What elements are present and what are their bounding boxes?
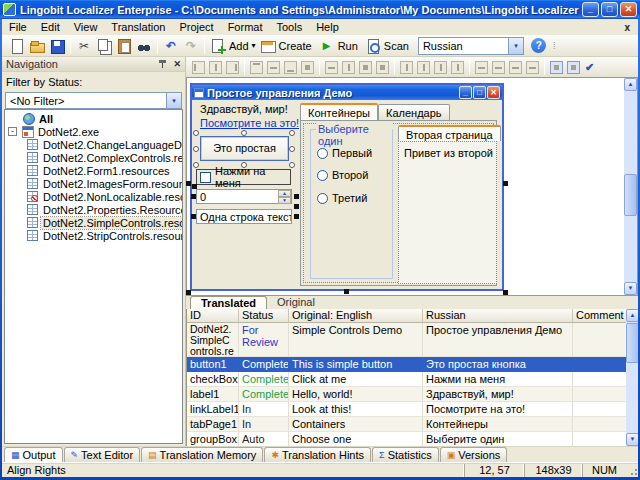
scrollbar-thumb[interactable] bbox=[624, 174, 637, 216]
tab-translation-memory[interactable]: ▤ Translation Memory bbox=[141, 447, 263, 462]
paste-button[interactable] bbox=[114, 36, 134, 56]
filter-combobox[interactable]: <No Filter> ▾ bbox=[5, 92, 182, 109]
dialog-title-bar[interactable]: Простое управления Демо _ □ ✕ bbox=[192, 85, 502, 100]
column-comment[interactable]: Comment bbox=[573, 309, 626, 323]
selection-handle[interactable] bbox=[193, 130, 199, 136]
table-row[interactable]: DotNet2.SimpleControls.resources For Rev… bbox=[187, 323, 626, 357]
numeric-updown-control[interactable]: 0 ▲ ▼ bbox=[196, 189, 292, 204]
selection-handle[interactable] bbox=[241, 162, 247, 168]
tab-text-editor[interactable]: ✎ Text Editor bbox=[64, 447, 141, 462]
selection-handle[interactable] bbox=[192, 184, 197, 189]
selection-handle[interactable] bbox=[294, 204, 299, 209]
scan-button[interactable]: Scan bbox=[363, 36, 414, 56]
preview-dialog[interactable]: Простое управления Демо _ □ ✕ Здравствуй… bbox=[190, 83, 504, 291]
tree-item-resource-nonlocalizable[interactable]: DotNet2.NonLocalizable.resources bbox=[5, 190, 182, 203]
find-button[interactable] bbox=[134, 36, 154, 56]
new-button[interactable] bbox=[7, 36, 27, 56]
align-rights-icon[interactable] bbox=[226, 61, 239, 74]
tree-item-resource-selected[interactable]: DotNet2.SimpleControls.resources bbox=[5, 216, 182, 229]
align-grid-icon[interactable] bbox=[301, 61, 314, 74]
hello-label[interactable]: Здравствуй, мир! bbox=[200, 103, 288, 115]
selection-handle[interactable] bbox=[241, 130, 247, 136]
selection-handle[interactable] bbox=[289, 146, 295, 152]
spin-up-icon[interactable]: ▲ bbox=[278, 190, 291, 197]
align-lefts-icon[interactable] bbox=[192, 61, 205, 74]
align-middles-icon[interactable] bbox=[267, 61, 280, 74]
menu-translation[interactable]: Translation bbox=[104, 20, 172, 34]
selection-handle[interactable] bbox=[193, 162, 199, 168]
scroll-down-icon[interactable]: ▼ bbox=[624, 282, 637, 295]
spinner[interactable]: ▲ ▼ bbox=[278, 190, 291, 203]
link-label[interactable]: Посмотрите на это! bbox=[200, 117, 299, 129]
dialog-minimize-button[interactable]: _ bbox=[459, 86, 472, 99]
resize-handle[interactable] bbox=[344, 289, 349, 294]
remove-hspace-icon[interactable] bbox=[451, 61, 464, 74]
tree-item-resource[interactable]: DotNet2.ChangeLanguageDlg.resources bbox=[5, 138, 182, 151]
menu-edit[interactable]: Edit bbox=[34, 20, 67, 34]
selection-handle[interactable] bbox=[191, 194, 196, 199]
dialog-close-button[interactable]: ✕ bbox=[487, 86, 500, 99]
editor-vertical-scrollbar[interactable]: ▲ ▼ bbox=[624, 78, 637, 295]
resize-handle[interactable] bbox=[503, 290, 508, 295]
selection-handle[interactable] bbox=[193, 146, 199, 152]
copy-button[interactable] bbox=[94, 36, 114, 56]
column-original[interactable]: Original: English bbox=[289, 309, 423, 323]
language-combobox[interactable]: Russian ▾ bbox=[418, 37, 524, 55]
column-id[interactable]: ID bbox=[187, 309, 239, 323]
simple-button-control[interactable]: Это простая кнопка bbox=[200, 136, 289, 161]
panel-close-icon[interactable]: ✕ bbox=[173, 59, 181, 69]
radio-first[interactable]: Первый bbox=[317, 147, 372, 159]
tree-item-resource[interactable]: DotNet2.Form1.resources bbox=[5, 164, 182, 177]
tab-containers[interactable]: Контейнеры bbox=[300, 103, 378, 120]
same-width-icon[interactable] bbox=[325, 61, 338, 74]
dialog-maximize-button[interactable]: □ bbox=[473, 86, 486, 99]
decrease-vspace-icon[interactable] bbox=[509, 61, 522, 74]
redo-button[interactable]: ↷ bbox=[181, 36, 201, 56]
table-row[interactable]: tabPage1 In Process Containers Контейнер… bbox=[187, 417, 626, 432]
close-button[interactable]: ✕ bbox=[620, 2, 637, 17]
align-bottoms-icon[interactable] bbox=[284, 61, 297, 74]
minimize-button[interactable]: _ bbox=[582, 2, 599, 17]
combo-arrow-icon[interactable]: ▾ bbox=[508, 38, 523, 54]
menu-help[interactable]: Help bbox=[309, 20, 346, 34]
resize-handle[interactable] bbox=[186, 290, 191, 295]
create-button[interactable]: Create bbox=[258, 36, 317, 56]
selection-handle[interactable] bbox=[289, 162, 295, 168]
cut-button[interactable]: ✂ bbox=[74, 36, 94, 56]
menu-tools[interactable]: Tools bbox=[269, 20, 309, 34]
increase-vspace-icon[interactable] bbox=[492, 61, 505, 74]
align-centers-icon[interactable] bbox=[209, 61, 222, 74]
toolbar-overflow-icon[interactable]: ⁞ bbox=[553, 41, 556, 51]
tree-item-resource[interactable]: DotNet2.ComplexControls.resources bbox=[5, 151, 182, 164]
table-row[interactable]: checkBox1 Complete Click at me Нажми на … bbox=[187, 372, 626, 387]
expander-icon[interactable]: - bbox=[8, 127, 17, 136]
help-button[interactable]: ? bbox=[529, 36, 549, 56]
menu-file[interactable]: File bbox=[2, 20, 34, 34]
center-vertical-icon[interactable] bbox=[567, 61, 580, 74]
tree-item-exe[interactable]: - DotNet2.exe bbox=[5, 125, 182, 138]
maximize-button[interactable]: □ bbox=[601, 2, 618, 17]
resize-handle[interactable] bbox=[503, 181, 508, 186]
second-page-label[interactable]: Привет из второй страниц bbox=[404, 147, 497, 159]
choose-one-groupbox[interactable]: Выберите один Первый Второй Третий bbox=[310, 129, 393, 279]
spin-down-icon[interactable]: ▼ bbox=[278, 197, 291, 204]
table-row[interactable]: label1 Complete Hello, world! Здравствуй… bbox=[187, 387, 626, 402]
selection-handle[interactable] bbox=[294, 214, 299, 219]
textbox-control[interactable]: Одна строка текста bbox=[196, 209, 292, 224]
align-tops-icon[interactable] bbox=[250, 61, 263, 74]
tab-translated[interactable]: Translated bbox=[190, 296, 267, 309]
tab-versions[interactable]: ▣ Versions bbox=[440, 447, 508, 462]
table-row-selected[interactable]: button1 Complete This is simple button Э… bbox=[187, 357, 626, 372]
tree-item-resource[interactable]: DotNet2.Properties.Resources.resources bbox=[5, 203, 182, 216]
decrease-hspace-icon[interactable] bbox=[434, 61, 447, 74]
tab-original[interactable]: Original bbox=[267, 296, 325, 309]
remove-vspace-icon[interactable] bbox=[526, 61, 539, 74]
same-size-icon[interactable] bbox=[359, 61, 372, 74]
add-button[interactable]: Add ▾ bbox=[208, 36, 258, 56]
table-row[interactable]: groupBox1 Auto Choose one Выберите один bbox=[187, 432, 626, 446]
radio-second[interactable]: Второй bbox=[317, 169, 368, 181]
tree-item-all[interactable]: All bbox=[5, 112, 182, 125]
resize-handle[interactable] bbox=[186, 181, 191, 186]
validate-icon[interactable]: ✔ bbox=[585, 61, 594, 74]
table-row[interactable]: linkLabel1 In Process Look at this! Посм… bbox=[187, 402, 626, 417]
